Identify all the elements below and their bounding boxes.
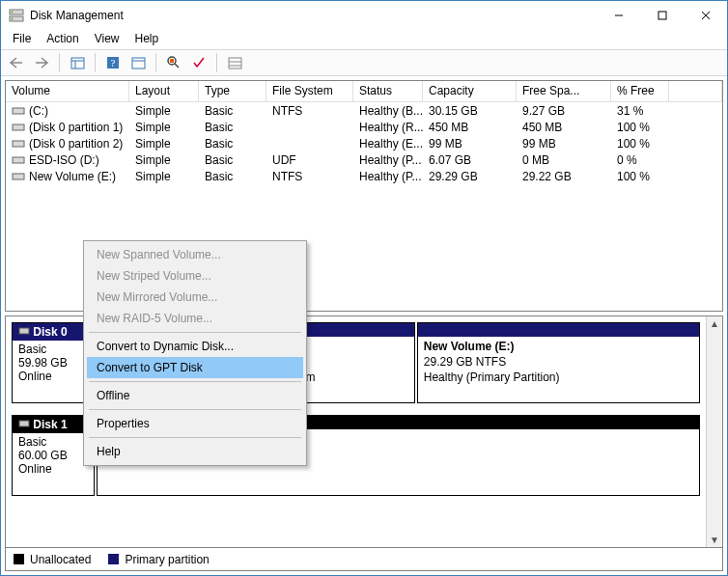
ctx-properties[interactable]: Properties	[87, 413, 303, 434]
swatch-primary	[108, 554, 119, 564]
disk0-state: Online	[18, 370, 88, 383]
ctx-new-raid5: New RAID-5 Volume...	[87, 308, 303, 329]
svg-point-2	[12, 12, 14, 14]
maximize-button[interactable]	[640, 1, 684, 30]
column-volume[interactable]: Volume	[6, 81, 129, 101]
svg-point-3	[12, 18, 14, 20]
context-menu: New Spanned Volume... New Striped Volume…	[83, 240, 307, 466]
minimize-button[interactable]	[597, 1, 640, 30]
ctx-new-spanned: New Spanned Volume...	[87, 244, 303, 265]
refresh-button[interactable]	[162, 52, 185, 73]
column-pctfree[interactable]: % Free	[611, 81, 669, 101]
forward-button[interactable]	[30, 52, 53, 73]
svg-rect-27	[19, 421, 29, 426]
partition-name: New Volume (E:)	[424, 339, 693, 354]
ctx-convert-dynamic[interactable]: Convert to Dynamic Disk...	[87, 336, 303, 357]
scroll-down-icon[interactable]: ▼	[710, 535, 719, 545]
svg-rect-22	[13, 124, 24, 130]
ctx-new-striped: New Striped Volume...	[87, 265, 303, 287]
scroll-up-icon[interactable]: ▲	[710, 318, 719, 329]
volume-row[interactable]: (Disk 0 partition 2)SimpleBasicHealthy (…	[6, 135, 722, 151]
volume-row[interactable]: New Volume (E:)SimpleBasicNTFSHealthy (P…	[6, 168, 722, 184]
svg-rect-23	[13, 141, 24, 147]
ctx-offline[interactable]: Offline	[87, 385, 303, 406]
ctx-convert-gpt[interactable]: Convert to GPT Disk	[87, 357, 303, 378]
disk0-label: Disk 0	[33, 325, 67, 339]
toolbar: ?	[1, 49, 727, 76]
disk1-label: Disk 1	[33, 418, 67, 431]
app-icon	[9, 8, 24, 23]
svg-rect-5	[658, 12, 666, 19]
menu-view[interactable]: View	[87, 30, 127, 47]
volume-row[interactable]: (C:)SimpleBasicNTFSHealthy (B...30.15 GB…	[6, 102, 722, 119]
svg-rect-26	[19, 328, 29, 334]
svg-rect-13	[132, 58, 145, 69]
disk0-size: 59.98 GB	[18, 356, 88, 370]
menu-help[interactable]: Help	[127, 30, 167, 47]
back-button[interactable]	[5, 52, 28, 73]
window-title: Disk Management	[30, 9, 597, 22]
column-type[interactable]: Type	[199, 81, 266, 101]
disk0-type: Basic	[18, 343, 88, 356]
column-blank[interactable]	[669, 81, 722, 101]
svg-line-16	[175, 64, 179, 68]
column-freespace[interactable]: Free Spa...	[517, 81, 611, 101]
volume-row[interactable]: ESD-ISO (D:)SimpleBasicUDFHealthy (P...6…	[6, 151, 722, 168]
partition-line2: Healthy (Primary Partition)	[424, 370, 693, 385]
menu-action[interactable]: Action	[39, 30, 86, 47]
settings-button[interactable]	[126, 52, 150, 73]
legend-primary: Primary partition	[125, 553, 209, 566]
volume-list-header: Volume Layout Type File System Status Ca…	[6, 81, 722, 102]
ctx-new-mirrored: New Mirrored Volume...	[87, 287, 303, 308]
svg-rect-17	[170, 59, 174, 63]
svg-rect-24	[13, 157, 24, 163]
disk1-type: Basic	[18, 435, 88, 449]
svg-rect-21	[13, 108, 24, 114]
volume-row[interactable]: (Disk 0 partition 1)SimpleBasicHealthy (…	[6, 119, 722, 135]
svg-text:?: ?	[111, 57, 116, 69]
menu-file[interactable]: File	[5, 30, 39, 47]
ctx-help[interactable]: Help	[87, 441, 303, 462]
help-button[interactable]: ?	[101, 52, 125, 73]
close-button[interactable]	[684, 1, 727, 30]
column-layout[interactable]: Layout	[129, 81, 199, 101]
vertical-scrollbar[interactable]: ▲ ▼	[706, 316, 722, 547]
disk1-state: Online	[18, 462, 88, 476]
list-button[interactable]	[223, 52, 246, 73]
disk1-size: 60.00 GB	[18, 449, 88, 462]
svg-rect-8	[71, 58, 84, 69]
svg-rect-18	[229, 58, 241, 69]
disk0-partition-e[interactable]: New Volume (E:) 29.29 GB NTFS Healthy (P…	[417, 322, 700, 403]
column-capacity[interactable]: Capacity	[423, 81, 517, 101]
menubar: File Action View Help	[1, 30, 727, 49]
show-hide-console-button[interactable]	[66, 52, 89, 73]
legend: Unallocated Primary partition	[5, 548, 723, 571]
rescan-button[interactable]	[187, 52, 210, 73]
swatch-unallocated	[14, 554, 24, 564]
svg-rect-25	[13, 174, 24, 179]
column-filesystem[interactable]: File System	[266, 81, 353, 101]
legend-unallocated: Unallocated	[30, 553, 91, 566]
partition-line1: 29.29 GB NTFS	[424, 354, 693, 370]
column-status[interactable]: Status	[353, 81, 423, 101]
titlebar: Disk Management	[1, 1, 727, 30]
